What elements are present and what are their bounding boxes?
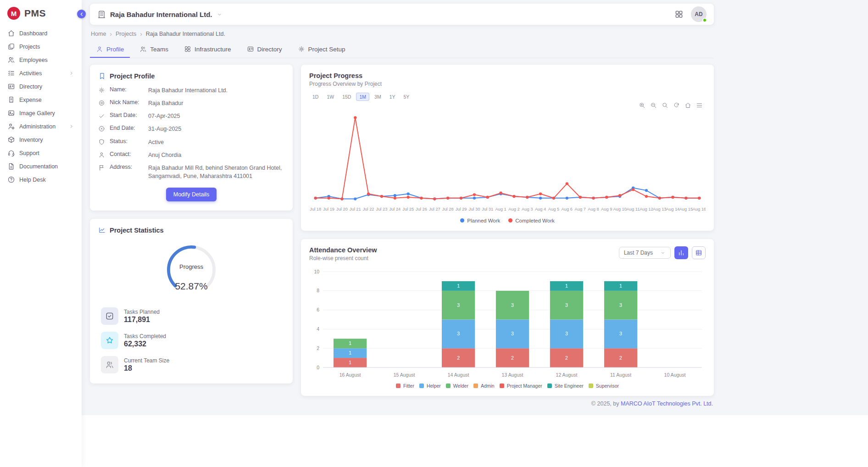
profile-field-contact: Contact:Anuj Chordia [98, 151, 284, 159]
sidebar-item-support[interactable]: Support [4, 147, 78, 159]
target-icon [98, 100, 105, 106]
zoom-select-icon[interactable] [662, 102, 668, 109]
profile-field-start-date: Start Date:07-Apr-2025 [98, 112, 284, 120]
sidebar-item-projects[interactable]: Projects [4, 40, 78, 53]
main-content: Raja Bahadur International Ltd. AD Home … [82, 0, 868, 467]
tab-label: Infrastructure [195, 46, 231, 53]
svg-text:6: 6 [317, 307, 319, 312]
breadcrumb-projects[interactable]: Projects [116, 31, 136, 37]
svg-text:3: 3 [619, 302, 622, 307]
svg-text:Aug 11: Aug 11 [627, 207, 640, 211]
image-icon [7, 109, 15, 117]
gauge-value: 52.87% [163, 281, 220, 292]
sidebar-item-label: Documentation [19, 163, 58, 170]
sidebar-item-dashboard[interactable]: Dashboard [4, 27, 78, 39]
menu-icon[interactable] [696, 102, 703, 109]
sidebar-item-label: Employees [19, 57, 48, 63]
brand[interactable]: M PMS [0, 0, 82, 25]
sidebar-item-label: Dashboard [19, 30, 47, 37]
svg-text:Jul 27: Jul 27 [429, 207, 440, 211]
range-5y-button[interactable]: 5Y [400, 93, 412, 101]
svg-text:Jul 25: Jul 25 [402, 207, 414, 211]
legend-item[interactable]: Welder [446, 383, 468, 389]
chart-line-icon [98, 226, 106, 234]
help-circle-icon [7, 176, 15, 183]
apps-grid-icon[interactable] [674, 10, 684, 19]
sidebar-item-label: Activities [19, 70, 42, 77]
range-1y-button[interactable]: 1Y [386, 93, 399, 101]
sidebar-collapse-button[interactable] [77, 10, 86, 18]
legend-item[interactable]: Completed Work [508, 218, 554, 223]
stat-tasks-completed: Tasks Completed62,332 [101, 332, 282, 349]
sidebar: M PMS Dashboard Projects Employees Activ… [0, 0, 82, 467]
online-status-dot [702, 18, 707, 22]
breadcrumb-separator: › [140, 30, 142, 38]
sidebar-item-label: Expense [19, 97, 42, 103]
range-15d-button[interactable]: 15D [339, 93, 354, 101]
tab-project-setup[interactable]: Project Setup [292, 41, 351, 58]
receipt-icon [7, 96, 15, 104]
progress-line-chart[interactable]: Jul 18Jul 19Jul 20Jul 21Jul 22Jul 23Jul … [309, 109, 706, 216]
tab-teams[interactable]: Teams [134, 41, 174, 58]
tab-infrastructure[interactable]: Infrastructure [178, 41, 237, 58]
sidebar-item-label: Administration [19, 123, 56, 130]
sidebar-item-documentation[interactable]: Documentation [4, 160, 78, 172]
table-view-toggle[interactable] [692, 246, 706, 259]
date-range-select[interactable]: Last 7 Days [619, 247, 671, 259]
legend-item[interactable]: Fitter [396, 383, 414, 389]
home-icon[interactable] [684, 102, 691, 109]
sidebar-item-label: Projects [19, 44, 40, 50]
company-name: Raja Bahadur International Ltd. [110, 11, 212, 18]
id-card-icon [7, 83, 15, 90]
profile-field-status: Status:Active [98, 138, 284, 146]
sidebar-item-employees[interactable]: Employees [4, 54, 78, 66]
project-profile-card: Project Profile Name:Raja Bahadur Intern… [90, 65, 293, 211]
avatar[interactable]: AD [691, 6, 707, 22]
sidebar-item-inventory[interactable]: Inventory [4, 133, 78, 146]
svg-text:Aug 6: Aug 6 [562, 207, 573, 211]
profile-field-end-date: End Date:31-Aug-2025 [98, 125, 284, 133]
legend-item[interactable]: Admin [473, 383, 495, 389]
footer-link[interactable]: MARCO AIoT Technologies Pvt. Ltd. [621, 400, 713, 407]
svg-text:Aug 7: Aug 7 [574, 207, 585, 211]
modify-details-button[interactable]: Modify Details [166, 188, 217, 201]
range-1d-button[interactable]: 1D [309, 93, 322, 101]
gauge-label: Progress [163, 263, 220, 270]
attendance-bar-chart[interactable]: 024681011116 August15 August233114 Augus… [309, 265, 706, 381]
range-1m-button[interactable]: 1M [356, 93, 369, 101]
sidebar-item-expense[interactable]: Expense [4, 94, 78, 106]
sidebar-item-activities[interactable]: Activities [4, 67, 78, 79]
chart-view-toggle[interactable] [674, 246, 688, 259]
svg-text:2: 2 [565, 355, 568, 360]
legend-item[interactable]: Site Engineer [547, 383, 584, 389]
svg-text:1: 1 [619, 283, 622, 289]
legend-item[interactable]: Helper [419, 383, 441, 389]
range-1w-button[interactable]: 1W [323, 93, 337, 101]
reset-icon[interactable] [673, 102, 680, 109]
svg-text:Aug 3: Aug 3 [522, 207, 533, 211]
user-icon [98, 151, 105, 158]
zoom-out-icon[interactable] [650, 102, 657, 109]
breadcrumb-home[interactable]: Home [91, 31, 106, 37]
attendance-chart-legend: FitterHelperWelderAdminProject ManagerSi… [309, 383, 706, 389]
svg-text:1: 1 [349, 360, 351, 365]
project-statistics-card: Project Statistics Progress 52.87% [90, 219, 293, 384]
legend-item[interactable]: Planned Work [460, 218, 500, 223]
tab-directory[interactable]: Directory [241, 41, 288, 58]
bookmark-icon [98, 72, 106, 80]
sidebar-item-help-desk[interactable]: Help Desk [4, 173, 78, 186]
time-range-selector: 1D 1W 15D 1M 3M 1Y 5Y [309, 93, 706, 101]
main-grid: Project Profile Name:Raja Bahadur Intern… [90, 65, 714, 396]
company-selector[interactable]: Raja Bahadur International Ltd. [97, 10, 223, 19]
legend-item[interactable]: Project Manager [500, 383, 542, 389]
svg-text:Aug 15: Aug 15 [679, 207, 693, 211]
sidebar-item-image-gallery[interactable]: Image Gallery [4, 107, 78, 119]
sidebar-item-administration[interactable]: Administration [4, 120, 78, 133]
legend-item[interactable]: Supervisor [589, 383, 619, 389]
breadcrumb: Home › Projects › Raja Bahadur Internati… [91, 30, 713, 38]
sidebar-item-directory[interactable]: Directory [4, 80, 78, 93]
svg-text:Aug 9: Aug 9 [601, 207, 612, 211]
range-3m-button[interactable]: 3M [371, 93, 384, 101]
zoom-in-icon[interactable] [639, 102, 645, 109]
tab-profile[interactable]: Profile [90, 41, 130, 58]
